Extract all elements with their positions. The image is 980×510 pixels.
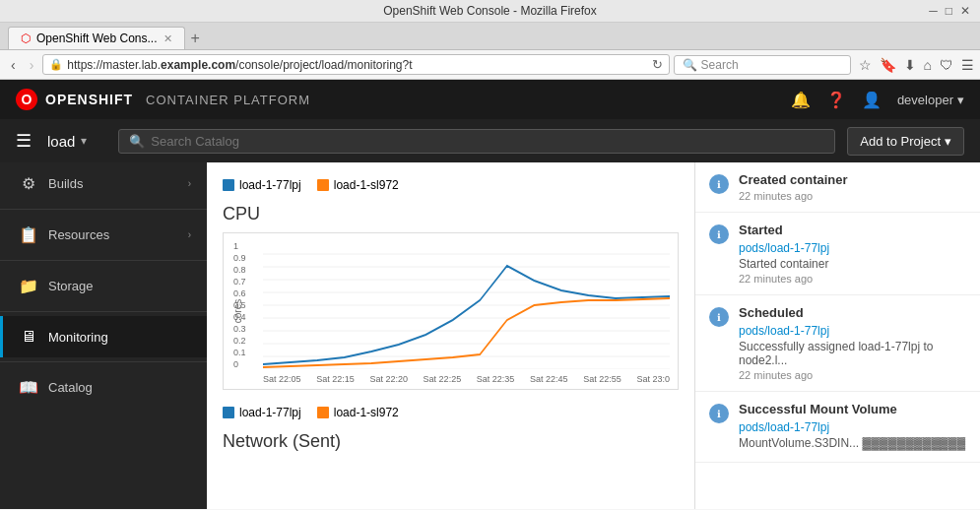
event-link-2[interactable]: pods/load-1-77lpj bbox=[739, 241, 829, 255]
sidebar-item-resources[interactable]: 📋 Resources › bbox=[0, 214, 207, 256]
content-area: load-1-77lpj load-1-sl972 CPU cores 1 0.… bbox=[207, 162, 694, 509]
event-content-2: Started pods/load-1-77lpj Started contai… bbox=[739, 223, 966, 285]
add-chevron-icon: ▾ bbox=[945, 134, 951, 149]
sidebar-monitoring-label: Monitoring bbox=[48, 330, 191, 345]
cpu-chart-title: CPU bbox=[223, 204, 679, 224]
event-time-1: 22 minutes ago bbox=[739, 190, 966, 202]
event-desc-4: MountVolume.S3DIN... ▓▓▓▓▓▓▓▓▓▓▓▓ bbox=[739, 436, 966, 450]
search-catalog-input[interactable] bbox=[151, 134, 824, 149]
network-title: Network (Sent) bbox=[223, 431, 679, 452]
browser-tab-active[interactable]: ⬡ OpenShift Web Cons... ✕ bbox=[8, 27, 185, 49]
legend-bottom: load-1-77lpj load-1-sl972 bbox=[223, 406, 679, 419]
catalog-search-icon: 🔍 bbox=[129, 134, 145, 149]
event-info-icon-1: ℹ bbox=[709, 174, 729, 194]
legend-item-1: load-1-77lpj bbox=[223, 178, 301, 192]
legend-bottom-item-2: load-1-sl972 bbox=[317, 406, 399, 419]
divider-3 bbox=[0, 311, 207, 312]
browser-navbar: ‹ › 🔒 https://master.lab.example.com/con… bbox=[0, 50, 980, 80]
event-desc-3: Successfully assigned load-1-77lpj to no… bbox=[739, 340, 966, 367]
hamburger-icon[interactable]: ☰ bbox=[16, 130, 32, 152]
legend-bottom-item-1: load-1-77lpj bbox=[223, 406, 301, 419]
cpu-line-1 bbox=[263, 266, 670, 364]
maximize-btn[interactable]: □ bbox=[946, 4, 952, 18]
event-content-3: Scheduled pods/load-1-77lpj Successfully… bbox=[739, 305, 966, 381]
sidebar-storage-label: Storage bbox=[48, 279, 191, 293]
window-title: OpenShift Web Console - Mozilla Firefox bbox=[383, 4, 597, 18]
sidebar: ⚙ Builds › 📋 Resources › 📁 Storage 🖥 Mon… bbox=[0, 162, 207, 509]
x-axis-labels: Sat 22:05 Sat 22:15 Sat 22:20 Sat 22:25 … bbox=[263, 374, 670, 384]
legend-label-2: load-1-sl972 bbox=[334, 178, 399, 192]
legend-bottom-color-2 bbox=[317, 407, 329, 418]
minimize-btn[interactable]: ─ bbox=[929, 4, 938, 18]
event-desc-2: Started container bbox=[739, 257, 966, 271]
tab-close-icon[interactable]: ✕ bbox=[163, 32, 172, 45]
cpu-chart-section: CPU cores 1 0.9 0.8 0.7 0.6 0.5 0.4 0.3 … bbox=[223, 204, 679, 390]
event-item-mount: ℹ Successful Mount Volume pods/load-1-77… bbox=[695, 392, 980, 463]
openshift-favicon: ⬡ bbox=[21, 32, 31, 45]
sidebar-resources-label: Resources bbox=[48, 227, 178, 242]
address-bar[interactable]: 🔒 https://master.lab.example.com/console… bbox=[42, 54, 669, 75]
os-logo-icon: O bbox=[16, 89, 37, 110]
add-to-project-button[interactable]: Add to Project ▾ bbox=[847, 127, 964, 156]
sidebar-item-builds[interactable]: ⚙ Builds › bbox=[0, 162, 207, 205]
event-info-icon-2: ℹ bbox=[709, 224, 729, 244]
sidebar-item-storage[interactable]: 📁 Storage bbox=[0, 265, 207, 307]
sidebar-catalog-label: Catalog bbox=[48, 380, 191, 395]
forward-button[interactable]: › bbox=[25, 55, 39, 75]
right-panel: ℹ Created container 22 minutes ago ℹ Sta… bbox=[694, 162, 980, 509]
resources-icon: 📋 bbox=[19, 225, 38, 244]
event-time-2: 22 minutes ago bbox=[739, 273, 966, 285]
user-icon[interactable]: 👤 bbox=[862, 91, 882, 109]
browser-search-box[interactable]: 🔍 Search bbox=[674, 55, 851, 75]
browser-search-icon: 🔍 bbox=[683, 58, 697, 72]
catalog-icon: 📖 bbox=[19, 378, 38, 397]
search-catalog-box[interactable]: 🔍 bbox=[118, 129, 835, 154]
browser-titlebar: OpenShift Web Console - Mozilla Firefox … bbox=[0, 0, 980, 23]
project-selector[interactable]: load ▾ bbox=[47, 133, 87, 150]
event-info-icon-3: ℹ bbox=[709, 307, 729, 327]
divider-4 bbox=[0, 361, 207, 362]
bookmarks-icon[interactable]: ☆ bbox=[859, 57, 872, 73]
project-chevron-icon: ▾ bbox=[81, 134, 87, 148]
legend-bottom-color-1 bbox=[223, 407, 234, 418]
os-main: ⚙ Builds › 📋 Resources › 📁 Storage 🖥 Mon… bbox=[0, 162, 980, 509]
close-btn[interactable]: ✕ bbox=[960, 4, 970, 18]
legend-item-2: load-1-sl972 bbox=[317, 178, 399, 192]
storage-icon: 📁 bbox=[19, 277, 38, 295]
legend-bottom-label-2: load-1-sl972 bbox=[334, 406, 399, 419]
event-link-4[interactable]: pods/load-1-77lpj bbox=[739, 420, 829, 434]
os-logo-text: OPENSHIFT CONTAINER PLATFORM bbox=[45, 92, 310, 107]
event-content-1: Created container 22 minutes ago bbox=[739, 172, 966, 202]
refresh-button[interactable]: ↻ bbox=[652, 57, 663, 72]
event-title-1: Created container bbox=[739, 172, 966, 187]
os-logo: O OPENSHIFT CONTAINER PLATFORM bbox=[16, 89, 310, 110]
legend-color-2 bbox=[317, 179, 329, 191]
sidebar-builds-label: Builds bbox=[48, 176, 178, 191]
legend-color-1 bbox=[223, 179, 234, 191]
menu-icon[interactable]: ☰ bbox=[961, 57, 974, 73]
topbar-right: 🔔 ❓ 👤 developer ▾ bbox=[791, 91, 964, 109]
user-menu[interactable]: developer ▾ bbox=[897, 93, 964, 107]
os-topbar: O OPENSHIFT CONTAINER PLATFORM 🔔 ❓ 👤 dev… bbox=[0, 80, 980, 119]
new-tab-button[interactable]: + bbox=[191, 30, 200, 47]
event-link-3[interactable]: pods/load-1-77lpj bbox=[739, 324, 829, 338]
cpu-chart-svg bbox=[263, 241, 670, 369]
notification-icon[interactable]: 🔔 bbox=[791, 91, 811, 109]
event-info-icon-4: ℹ bbox=[709, 404, 729, 423]
os-projectbar: ☰ load ▾ 🔍 Add to Project ▾ bbox=[0, 119, 980, 162]
sidebar-item-monitoring[interactable]: 🖥 Monitoring bbox=[0, 316, 207, 357]
event-title-3: Scheduled bbox=[739, 305, 966, 320]
event-content-4: Successful Mount Volume pods/load-1-77lp… bbox=[739, 402, 966, 452]
lock-icon: 🔒 bbox=[49, 58, 63, 71]
download-icon[interactable]: ⬇ bbox=[904, 57, 916, 73]
event-time-3: 22 minutes ago bbox=[739, 369, 966, 381]
history-icon[interactable]: 🔖 bbox=[880, 57, 896, 73]
builds-arrow-icon: › bbox=[188, 178, 191, 189]
home-icon[interactable]: ⌂ bbox=[924, 57, 932, 73]
sidebar-item-catalog[interactable]: 📖 Catalog bbox=[0, 366, 207, 409]
shield-icon[interactable]: 🛡 bbox=[940, 57, 953, 73]
back-button[interactable]: ‹ bbox=[6, 55, 21, 75]
help-icon[interactable]: ❓ bbox=[826, 91, 846, 109]
event-item-started: ℹ Started pods/load-1-77lpj Started cont… bbox=[695, 213, 980, 295]
os-logo-sub: CONTAINER PLATFORM bbox=[146, 93, 310, 107]
